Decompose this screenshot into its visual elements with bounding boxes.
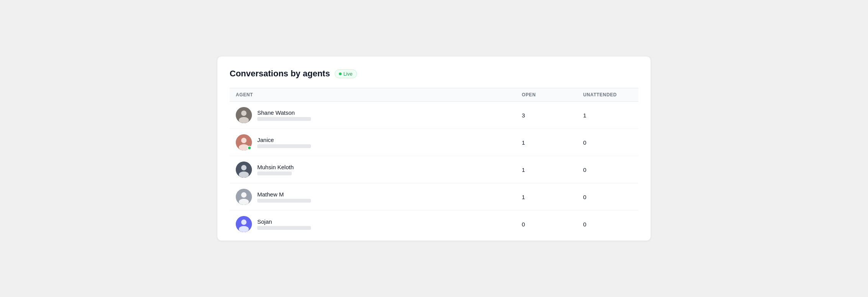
unattended-count: 0 [577, 183, 638, 211]
unattended-count: 1 [577, 102, 638, 129]
svg-point-10 [241, 192, 247, 198]
agent-info: Janice [257, 137, 311, 148]
conversations-by-agents-card: Conversations by agents Live AGENT OPEN … [217, 56, 651, 241]
table-body: Shane Watson 3 1 Janice [230, 102, 638, 238]
table-row: Mathew M 1 0 [230, 183, 638, 211]
live-badge: Live [335, 69, 357, 78]
table-header: AGENT OPEN UNATTENDED [230, 88, 638, 102]
svg-point-13 [241, 219, 247, 225]
svg-point-7 [241, 165, 247, 170]
unattended-count: 0 [577, 211, 638, 238]
col-header-open: OPEN [516, 88, 577, 102]
table-row: Sojan 0 0 [230, 211, 638, 238]
agent-email-blur [257, 226, 311, 230]
agent-cell-row-shane: Shane Watson [230, 102, 516, 129]
svg-point-2 [239, 117, 249, 123]
online-indicator [247, 146, 252, 150]
avatar-wrap [236, 162, 252, 178]
agent-info: Sojan [257, 218, 311, 230]
avatar [236, 162, 252, 178]
open-count: 1 [516, 156, 577, 183]
live-label: Live [344, 71, 353, 77]
col-header-agent: AGENT [230, 88, 516, 102]
agent-info: Mathew M [257, 191, 311, 203]
agent-email-blur [257, 144, 311, 148]
live-dot-icon [339, 73, 342, 75]
unattended-count: 0 [577, 156, 638, 183]
agents-table: AGENT OPEN UNATTENDED [230, 88, 638, 238]
agent-name: Mathew M [257, 191, 311, 198]
agent-email-blur [257, 199, 311, 203]
agent-cell-row-muhsin: Muhsin Keloth [230, 156, 516, 183]
open-count: 3 [516, 102, 577, 129]
agent-cell-row-sojan: Sojan [230, 211, 516, 238]
agent-cell-row-mathew: Mathew M [230, 183, 516, 211]
table-row: Janice 1 0 [230, 129, 638, 156]
col-header-unattended: UNATTENDED [577, 88, 638, 102]
agent-email-blur [257, 117, 311, 121]
card-header: Conversations by agents Live [230, 69, 638, 79]
svg-point-11 [239, 199, 249, 205]
open-count: 0 [516, 211, 577, 238]
agent-name: Sojan [257, 218, 311, 225]
agent-email-blur [257, 172, 292, 175]
table-row: Muhsin Keloth 1 0 [230, 156, 638, 183]
agent-name: Muhsin Keloth [257, 164, 294, 170]
avatar-wrap [236, 134, 252, 150]
table-row: Shane Watson 3 1 [230, 102, 638, 129]
agent-cell-row-janice: Janice [230, 129, 516, 156]
avatar-wrap [236, 216, 252, 232]
svg-point-14 [239, 226, 249, 232]
open-count: 1 [516, 129, 577, 156]
avatar [236, 107, 252, 123]
avatar-wrap [236, 189, 252, 205]
avatar-wrap [236, 107, 252, 123]
agent-name: Janice [257, 137, 311, 143]
agent-info: Muhsin Keloth [257, 164, 294, 175]
svg-point-1 [241, 111, 247, 116]
card-title: Conversations by agents [230, 69, 330, 79]
open-count: 1 [516, 183, 577, 211]
avatar [236, 189, 252, 205]
agent-info: Shane Watson [257, 109, 311, 121]
svg-point-8 [239, 172, 249, 178]
svg-point-4 [241, 138, 247, 143]
unattended-count: 0 [577, 129, 638, 156]
avatar [236, 216, 252, 232]
agent-name: Shane Watson [257, 109, 311, 116]
